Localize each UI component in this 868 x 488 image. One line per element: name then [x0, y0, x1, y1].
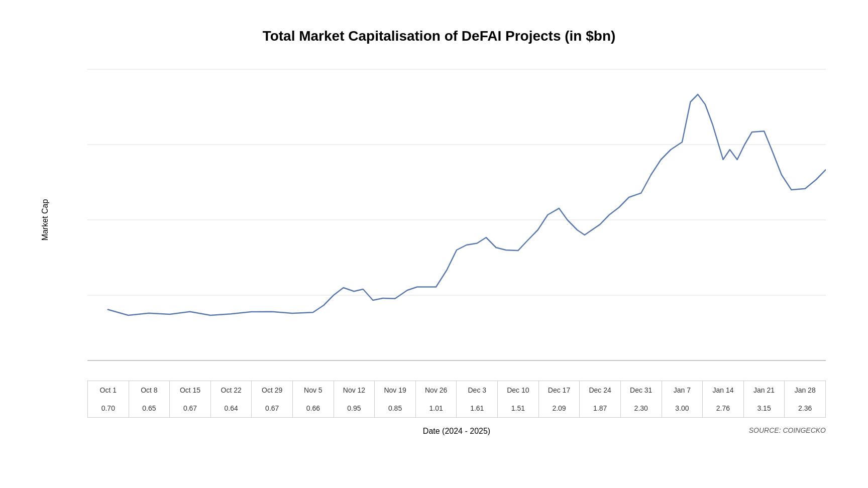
x-axis-label: Date (2024 - 2025) [272, 427, 641, 436]
value-cell: 0.67 [170, 399, 211, 418]
value-cell: 0.95 [334, 399, 375, 418]
date-cell: Oct 29 [252, 381, 293, 400]
date-cell: Dec 3 [457, 381, 498, 400]
chart-container: Total Market Capitalisation of DeFAI Pro… [12, 8, 856, 480]
date-cell: Dec 10 [498, 381, 539, 400]
line-chart: 4.00 3.00 2.00 1.00 0.00 [87, 59, 826, 381]
value-cell: 0.66 [293, 399, 334, 418]
date-cell: Dec 17 [538, 381, 580, 400]
date-cell: Oct 1 [88, 381, 129, 400]
y-axis-label: Market Cap [41, 199, 50, 241]
source-label: SOURCE: COINGECKO [641, 426, 826, 434]
value-cell: 2.09 [538, 399, 580, 418]
value-cell: 2.36 [785, 399, 826, 418]
date-row: Oct 1 Oct 8 Oct 15 Oct 22 Oct 29 Nov 5 N… [88, 381, 826, 400]
date-cell: Dec 24 [580, 381, 621, 400]
value-cell: 1.61 [457, 399, 498, 418]
value-cell: 0.67 [252, 399, 293, 418]
date-cell: Oct 22 [210, 381, 252, 400]
value-cell: 0.64 [210, 399, 252, 418]
date-cell: Nov 19 [375, 381, 416, 400]
date-cell: Jan 21 [743, 381, 785, 400]
value-cell: 0.85 [375, 399, 416, 418]
date-cell: Jan 28 [785, 381, 826, 400]
date-cell: Oct 15 [170, 381, 211, 400]
value-cell: 3.15 [743, 399, 785, 418]
data-table: Oct 1 Oct 8 Oct 15 Oct 22 Oct 29 Nov 5 N… [87, 381, 826, 418]
date-cell: Jan 14 [703, 381, 744, 400]
value-cell: 3.00 [662, 399, 703, 418]
value-cell: 0.65 [129, 399, 170, 418]
value-cell: 2.30 [620, 399, 662, 418]
value-cell: 1.01 [415, 399, 457, 418]
value-cell: 2.76 [703, 399, 744, 418]
data-table-section: Oct 1 Oct 8 Oct 15 Oct 22 Oct 29 Nov 5 N… [87, 381, 826, 436]
value-cell: 1.87 [580, 399, 621, 418]
chart-title: Total Market Capitalisation of DeFAI Pro… [52, 28, 826, 44]
market-cap-line [108, 94, 826, 315]
date-cell: Jan 7 [662, 381, 703, 400]
value-row: 0.70 0.65 0.67 0.64 0.67 0.66 0.95 0.85 … [88, 399, 826, 418]
date-cell: Nov 26 [415, 381, 457, 400]
value-cell: 0.70 [88, 399, 129, 418]
date-cell: Dec 31 [620, 381, 662, 400]
date-cell: Nov 5 [293, 381, 334, 400]
date-cell: Oct 8 [129, 381, 170, 400]
value-cell: 1.51 [498, 399, 539, 418]
date-cell: Nov 12 [334, 381, 375, 400]
